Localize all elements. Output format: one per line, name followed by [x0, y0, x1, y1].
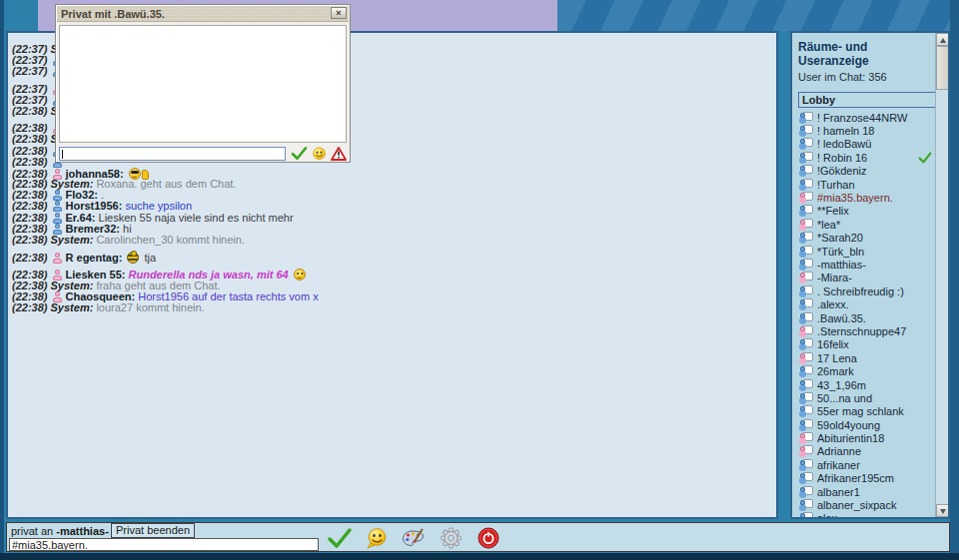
user-list-item[interactable]: . Schreibfreudig :) [798, 284, 935, 297]
user-list-item[interactable]: Afrikaner195cm [798, 472, 935, 485]
username: .Bawü.35. [817, 312, 866, 324]
timestamp: (22:38) [12, 290, 47, 302]
user-bubble-icon [798, 219, 813, 231]
user-list-item[interactable]: 59old4young [798, 418, 935, 431]
user-bubble-icon [798, 285, 813, 297]
user-list-item[interactable]: ! ledoBawü [798, 138, 935, 151]
timestamp: (22:37) [12, 83, 47, 95]
user-bubble-icon [798, 365, 813, 377]
user-list-item[interactable]: ! Robin 16 [798, 151, 935, 164]
username: Adrianne [817, 445, 861, 457]
user-list-item[interactable]: -matthias- [798, 258, 935, 271]
user-bubble-icon [798, 352, 813, 364]
user-list-item[interactable]: .alexx. [798, 297, 935, 310]
private-target-label: privat an -matthias- [11, 525, 109, 537]
scroll-up-icon [940, 38, 946, 43]
text-caret [62, 150, 63, 159]
username: 16felix [817, 338, 849, 350]
user-bubble-icon [798, 338, 813, 350]
user-list-item[interactable]: afrikaner [798, 458, 935, 471]
message-text: suche ypsilon [125, 200, 192, 212]
private-message-log [59, 25, 347, 143]
user-list-item[interactable]: 43_1,96m [798, 378, 935, 391]
user-count: User im Chat: 356 [798, 71, 935, 83]
timestamp: (22:38) [12, 145, 47, 157]
user-list-item[interactable]: albaner_sixpack [798, 498, 935, 511]
user-bubble-icon [798, 512, 813, 519]
user-list-item[interactable]: 16felix [798, 338, 935, 351]
room-selector[interactable]: Lobby [798, 92, 936, 108]
username: *Sarah20 [817, 232, 863, 244]
user-list-item[interactable]: Abiturientin18 [798, 431, 935, 444]
user-list-item[interactable]: 55er mag schlank [798, 405, 935, 418]
user-list-item[interactable]: !Turhan [798, 178, 935, 191]
username: . Schreibfreudig :) [817, 285, 904, 297]
sunglasses-emoji-icon [129, 168, 141, 180]
message-input[interactable] [9, 538, 319, 551]
user-list-item[interactable]: 17 Lena [798, 351, 935, 364]
message-text: Carolinchen_30 kommt hinein. [96, 234, 245, 246]
username: 17 Lena [817, 352, 857, 364]
user-bubble-icon [798, 405, 813, 417]
send-check-icon[interactable] [291, 146, 308, 161]
user-list-item[interactable]: -Miara- [798, 272, 935, 284]
settings-gear-icon[interactable] [438, 526, 465, 550]
user-bubble-icon [798, 125, 813, 137]
user-list-item[interactable]: *Türk_bln [798, 245, 935, 258]
timestamp: (22:37) [12, 54, 47, 66]
private-message-input[interactable] [59, 147, 286, 161]
user-list-item[interactable]: !Gökdeniz [798, 165, 935, 178]
user-list-item[interactable]: alex,, [798, 512, 935, 519]
timestamp: (22:38) [12, 234, 47, 246]
power-off-icon[interactable] [478, 527, 499, 549]
user-list-item[interactable]: #mia35.bayern. [798, 191, 935, 204]
end-private-button[interactable]: Privat beenden [111, 523, 195, 538]
message-text: Roxana. geht aus dem Chat. [96, 178, 236, 190]
scroll-up-button[interactable] [936, 33, 949, 46]
user-list-item[interactable]: **Felix [798, 205, 935, 218]
popup-title-bar[interactable]: Privat mit .Bawü.35. [57, 6, 349, 22]
username: 26mark [817, 365, 854, 377]
user-bubble-icon [798, 259, 813, 271]
chat-username: Er.64: [66, 212, 96, 224]
user-list-item[interactable]: 26mark [798, 364, 935, 377]
left-frame-strip [0, 0, 4, 560]
warning-icon[interactable] [331, 147, 347, 161]
username: #mia35.bayern. [817, 192, 893, 204]
chat-smiley-icon[interactable] [366, 528, 389, 549]
user-list-item[interactable]: .Bawü.35. [798, 311, 935, 324]
user-list-item[interactable]: *lea* [798, 218, 935, 231]
chat-username: Chaosqueen: [66, 290, 136, 302]
user-list-item[interactable]: 50...na und [798, 391, 935, 404]
sidebar-scrollbar[interactable] [935, 33, 948, 517]
user-list-item[interactable]: ! Franzose44NRW [798, 111, 935, 124]
send-check-icon[interactable] [327, 527, 353, 549]
user-list-item[interactable]: Adrianne [798, 445, 935, 458]
scroll-down-icon [940, 509, 946, 514]
scrollbar-thumb[interactable] [936, 46, 949, 90]
sidebar-title: Räume- und Useranzeige [798, 40, 935, 68]
username: ! hameln 18 [817, 125, 874, 137]
user-list-item[interactable]: *Sarah20 [798, 232, 935, 245]
scroll-down-button[interactable] [936, 504, 949, 517]
paint-palette-icon[interactable] [402, 528, 425, 549]
username: !Turhan [817, 179, 855, 191]
timestamp: (22:37) [12, 94, 47, 106]
close-icon[interactable]: × [331, 7, 347, 19]
chat-username: Bremer32: [66, 223, 120, 235]
user-list-item[interactable]: ! hameln 18 [798, 124, 935, 137]
user-gender-icon [53, 190, 63, 201]
user-bubble-icon [798, 179, 813, 191]
user-gender-icon [53, 213, 63, 224]
timestamp: (22:38) [12, 280, 47, 291]
timestamp: (22:38) [12, 301, 47, 313]
smiley-icon[interactable] [312, 147, 327, 161]
smiley-emoji-icon [294, 269, 306, 280]
user-list-item[interactable]: .Sternschnuppe47 [798, 324, 935, 337]
background-striped-bar [557, 0, 959, 31]
timestamp: (22:38) [12, 189, 47, 201]
user-bubble-icon [798, 272, 813, 283]
message-compose-bar: privat an -matthias- Privat beenden [6, 522, 950, 552]
user-list-item[interactable]: albaner1 [798, 485, 935, 498]
username: albaner_sixpack [817, 499, 897, 511]
